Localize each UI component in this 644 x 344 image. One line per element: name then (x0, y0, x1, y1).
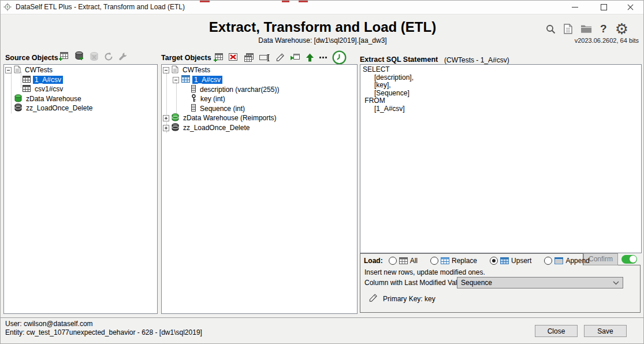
save-button[interactable]: Save (584, 325, 627, 337)
collapse-icon[interactable] (173, 77, 179, 83)
tree-item-source-zz-loadonce[interactable]: zz_LoadOnce_Delete (14, 103, 94, 113)
add-source-database-icon[interactable] (74, 51, 84, 61)
radio-upsert-selected[interactable] (490, 257, 498, 265)
load-option-label: Replace (452, 257, 477, 265)
delete-source-database-icon[interactable] (90, 52, 99, 61)
data-warehouse-subtitle: Data Warehouse: [dw1\sql2019].[aa_dw3] (1, 36, 644, 45)
radio-append[interactable] (544, 257, 552, 265)
etl-window: DataSelf ETL Plus - Extract, Transform a… (0, 0, 644, 344)
load-option-label: Upsert (511, 257, 531, 265)
document-icon (14, 65, 21, 75)
tree-label: zz_LoadOnce_Delete (24, 104, 94, 112)
window-title: DataSelf ETL Plus - Extract, Transform a… (16, 3, 185, 11)
more-options-icon[interactable] (319, 57, 327, 58)
chevron-down-icon (613, 279, 619, 287)
title-bar: DataSelf ETL Plus - Extract, Transform a… (1, 1, 643, 14)
tree-item-source-csv1-csv[interactable]: csv1#csv (23, 84, 65, 94)
tree-label: Sequence (int) (198, 105, 247, 113)
sql-statement-text[interactable]: SELECT [description], [key], [Sequence] … (363, 66, 414, 113)
tree-item-target-zz-loadonce[interactable]: zz_LoadOnce_Delete (163, 123, 251, 132)
document-icon (172, 65, 178, 75)
refresh-icon[interactable] (104, 52, 113, 61)
load-option-label: Append (565, 257, 589, 265)
red-artifact (299, 1, 308, 2)
sql-context-label: (CWTests - 1_A#csv) (444, 56, 509, 64)
expand-icon[interactable] (163, 115, 169, 121)
radio-all[interactable] (389, 257, 397, 265)
red-artifact (200, 1, 210, 2)
edit-pencil-icon[interactable] (368, 294, 378, 304)
tree-item-column-description[interactable]: description (varchar(255)) (191, 85, 281, 94)
tree-item-target-zdata-warehouse[interactable]: zData Warehouse (Reimports) (163, 113, 278, 123)
app-icon (3, 3, 12, 13)
user-line: User: cwilson@dataself.com (5, 320, 93, 328)
minimize-button[interactable] (565, 1, 585, 13)
table-icon (23, 76, 31, 84)
extract-sql-title: Extract SQL Statement (360, 56, 438, 64)
tree-item-column-key[interactable]: key (int) (191, 94, 227, 103)
maximize-button[interactable] (594, 1, 614, 13)
close-button[interactable]: Close (535, 325, 578, 337)
document-icon[interactable] (564, 24, 572, 34)
help-icon[interactable]: ? (600, 23, 607, 35)
run-to-window-icon[interactable] (290, 53, 300, 62)
expand-icon[interactable] (163, 125, 169, 131)
load-description: Insert new rows, update modified ones. (364, 268, 485, 276)
wrench-icon[interactable] (118, 52, 127, 61)
tree-item-target-1a-csv[interactable]: 1_A#csv (173, 75, 222, 84)
primary-key-row: Primary Key: key (368, 294, 435, 304)
gear-icon[interactable]: ⚙ (615, 23, 628, 35)
close-window-button[interactable] (621, 1, 641, 13)
red-artifact (282, 1, 289, 2)
tree-label: key (int) (199, 95, 227, 103)
confirm-toggle[interactable] (621, 255, 637, 264)
tree-label-selected: 1_A#csv (192, 76, 222, 84)
radio-replace[interactable] (430, 257, 438, 265)
tree-item-source-zdata-warehouse[interactable]: zData Warehouse (14, 94, 83, 103)
collapse-icon[interactable] (5, 67, 12, 73)
footer-separator (1, 317, 643, 318)
tree-item-column-sequence[interactable]: Sequence (int) (191, 104, 247, 113)
search-icon[interactable] (546, 24, 556, 34)
last-modified-label: Column with Last Modified Value (364, 279, 465, 287)
database-icon-black (172, 123, 179, 133)
add-target-table-icon[interactable] (213, 53, 224, 62)
tree-item-target-cwtests[interactable]: CWTests (163, 65, 212, 75)
entity-line: Entity: cw_test_1077unexpected_behavior … (5, 328, 202, 336)
database-icon-green (14, 94, 22, 104)
primary-key-label: Primary Key: (383, 295, 425, 303)
column-icon (191, 104, 196, 113)
load-options-panel: Confirm Load: All Replace Upsert (360, 253, 641, 313)
edit-pencil-icon[interactable] (276, 53, 285, 62)
primary-key-value: key (425, 295, 435, 303)
database-icon-black (14, 103, 22, 113)
target-tree-panel (161, 64, 358, 314)
tree-label: zz_LoadOnce_Delete (181, 124, 251, 132)
database-icon-green (172, 113, 179, 123)
collapse-icon[interactable] (163, 67, 169, 73)
add-source-table-icon[interactable] (58, 52, 69, 61)
schedule-clock-icon[interactable] (332, 50, 347, 65)
load-option-upsert[interactable]: Upsert (490, 257, 531, 265)
tree-label: CWTests (23, 66, 54, 74)
duplicate-tables-icon[interactable] (244, 53, 254, 62)
tree-label: csv1#csv (33, 85, 65, 93)
load-option-append[interactable]: Append (544, 257, 589, 265)
column-icon (191, 85, 196, 94)
folder-icon[interactable] (580, 24, 592, 34)
tree-item-source-1a-csv[interactable]: 1_A#csv (23, 75, 63, 84)
tree-label-selected: 1_A#csv (33, 76, 63, 84)
source-objects-title: Source Objects (5, 54, 58, 62)
rename-icon[interactable] (259, 54, 270, 62)
tree-label: CWTests (181, 66, 212, 74)
tree-label: zData Warehouse (24, 95, 83, 103)
load-option-all[interactable]: All (389, 257, 418, 265)
upload-arrow-icon[interactable] (306, 53, 314, 62)
load-option-label: All (410, 257, 418, 265)
load-option-replace[interactable]: Replace (430, 257, 477, 265)
delete-target-table-icon[interactable] (229, 53, 239, 62)
version-text: v2023.06.2602, 64 bits (575, 37, 639, 44)
last-modified-dropdown[interactable]: Sequence (457, 277, 623, 288)
tree-label: description (varchar(255)) (198, 86, 281, 94)
tree-item-source-cwtests[interactable]: CWTests (5, 65, 54, 75)
